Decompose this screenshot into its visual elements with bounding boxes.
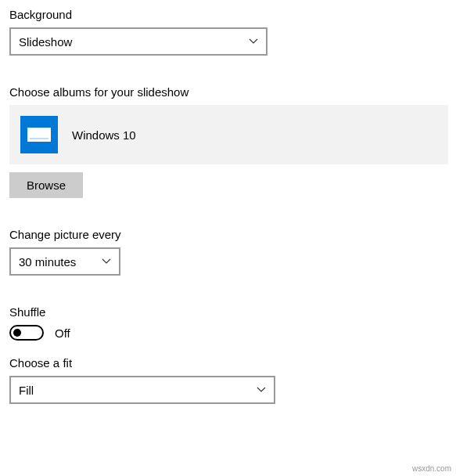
albums-label: Choose albums for your slideshow: [9, 85, 448, 99]
shuffle-state: Off: [55, 326, 70, 340]
change-every-dropdown[interactable]: 30 minutes: [9, 247, 120, 276]
background-dropdown[interactable]: Slideshow: [9, 27, 267, 56]
background-label: Background: [9, 8, 448, 21]
fit-dropdown[interactable]: Fill: [9, 376, 275, 404]
change-every-value: 30 minutes: [19, 255, 76, 269]
watermark-text: wsxdn.com: [412, 464, 451, 473]
album-item[interactable]: Windows 10: [9, 105, 448, 164]
toggle-knob: [13, 329, 21, 337]
chevron-down-icon: [102, 257, 111, 266]
chevron-down-icon: [257, 385, 266, 395]
shuffle-toggle[interactable]: [9, 325, 44, 341]
chevron-down-icon: [249, 37, 258, 46]
shuffle-label: Shuffle: [9, 305, 448, 319]
album-name: Windows 10: [72, 128, 136, 142]
browse-button[interactable]: Browse: [9, 172, 83, 198]
fit-value: Fill: [19, 384, 34, 397]
background-dropdown-value: Slideshow: [19, 35, 72, 49]
drive-icon: [20, 116, 58, 153]
change-every-label: Change picture every: [9, 228, 448, 241]
fit-label: Choose a fit: [9, 356, 448, 370]
